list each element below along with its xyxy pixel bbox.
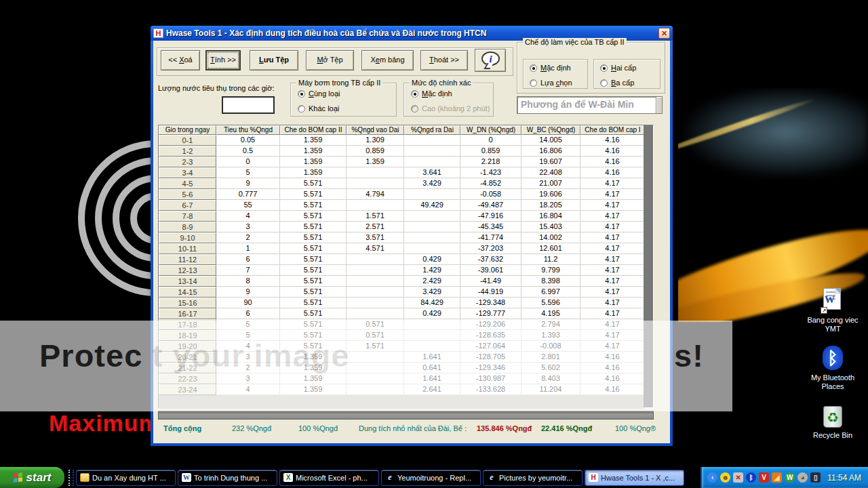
- table-row[interactable]: 4-595.5713.429-4.85221.0074.17: [159, 178, 645, 189]
- taskbar-task-1[interactable]: Du an Xay dung HT ...: [76, 470, 176, 486]
- battery-icon[interactable]: ▯: [810, 472, 821, 483]
- system-tray: ‹☻✕ᛒV◢W◕▯ 11:54 AM: [701, 467, 868, 488]
- taskbar-task-3[interactable]: XMicrosoft Excel - ph...: [279, 470, 379, 486]
- wallpaper-watermark-bottom-text: Maximum: [49, 410, 160, 436]
- table-cell: 1.641: [404, 373, 460, 384]
- column-header[interactable]: W_BC (%Qngd): [521, 125, 580, 135]
- toolbar-button-3[interactable]: Lưu Tệp: [250, 50, 298, 70]
- table-cell: [347, 276, 404, 287]
- table-cell: 1.309: [347, 135, 404, 146]
- column-header[interactable]: Gio trong ngay: [159, 125, 216, 135]
- table-row[interactable]: 5-60.7775.5714.794-0.05819.6064.17: [159, 189, 645, 200]
- table-cell: -128.635: [460, 330, 521, 341]
- table-row[interactable]: 19-2045.5711.571-127.064-0.0084.17: [159, 341, 645, 352]
- table-row[interactable]: 13-1485.5712.429-41.498.3984.17: [159, 276, 645, 287]
- table-row[interactable]: 8-935.5712.571-45.34515.4034.17: [159, 222, 645, 232]
- excel-icon: X: [283, 473, 293, 482]
- grid-scrollbar-track[interactable]: [644, 125, 653, 407]
- table-row[interactable]: 1-20.51.3590.8590.85916.8064.16: [159, 146, 645, 157]
- column-header[interactable]: W_DN (%Qngd): [460, 125, 521, 135]
- table-row[interactable]: 7-845.5711.571-47.91616.8044.17: [159, 211, 645, 222]
- table-cell: 6.997: [521, 287, 580, 298]
- table-cell: 4.17: [580, 298, 645, 308]
- table-cell: 1.359: [280, 167, 347, 178]
- mode-left-radio-2[interactable]: Lựa chọn: [530, 79, 572, 88]
- table-cell: 2: [216, 232, 280, 243]
- toolbar-button-1[interactable]: << Xoá: [161, 50, 200, 70]
- table-row[interactable]: 14-1595.5713.429-44.9196.9974.17: [159, 287, 645, 298]
- column-header[interactable]: %Qngd vao Dai: [347, 125, 404, 135]
- desktop-icon-recycle[interactable]: ♻Recycle Bin: [807, 403, 859, 440]
- horizontal-scrollbar[interactable]: [158, 411, 654, 420]
- column-header[interactable]: %Qngd ra Dai: [404, 125, 460, 135]
- consumption-label: Lượng nước tiêu thụ trong các giờ:: [158, 84, 275, 92]
- column-header[interactable]: Che do BOM cap II: [280, 125, 347, 135]
- table-cell: -129.348: [460, 298, 521, 308]
- table-row[interactable]: 11-1265.5710.429-37.63211.24.17: [159, 254, 645, 265]
- antivirus-v-icon[interactable]: V: [759, 472, 769, 483]
- table-row[interactable]: 0-10.051.3591.309014.0054.16: [159, 135, 645, 146]
- scenario-combobox[interactable]: Phương án để W-Đài Min: [517, 96, 663, 114]
- table-row[interactable]: 20-2131.3591.641-128.7052.8014.16: [159, 352, 645, 363]
- taskbar-task-4[interactable]: eYeumoitruong - Repl...: [381, 470, 481, 486]
- table-row[interactable]: 6-7555.57149.429-49.48718.2054.17: [159, 200, 645, 211]
- table-row[interactable]: 17-1855.5710.571-129.2062.7944.17: [159, 319, 645, 330]
- start-button[interactable]: start: [0, 467, 64, 488]
- table-row[interactable]: 21-2221.3590.641-129.3465.6024.16: [159, 363, 645, 373]
- quicklaunch-separator[interactable]: [68, 470, 74, 486]
- table-cell: 4.16: [580, 146, 645, 157]
- table-row[interactable]: 3-451.3593.641-1.42322.4084.16: [159, 167, 645, 178]
- consumption-input[interactable]: [222, 96, 275, 114]
- info-button[interactable]: i: [475, 49, 506, 72]
- table-cell: 6: [216, 254, 280, 265]
- taskbar-task-6[interactable]: HHwase Tools 1 - X ,c...: [585, 470, 684, 486]
- table-row[interactable]: 15-16905.57184.429-129.3485.5964.17: [159, 298, 645, 308]
- table-cell: [404, 135, 460, 146]
- toolbar-button-4[interactable]: Mở Tệp: [306, 50, 354, 70]
- toolbar-button-5[interactable]: Xem bảng: [361, 50, 414, 70]
- close-icon[interactable]: ✕: [658, 28, 670, 39]
- table-row[interactable]: 22-2331.3591.641-130.9878.4034.16: [159, 373, 645, 384]
- taskbar-task-5[interactable]: ePictures by yeumoitr...: [483, 470, 583, 486]
- media-tray-icon[interactable]: ◢: [772, 472, 782, 483]
- collapse-chevron-icon[interactable]: ‹: [707, 472, 717, 483]
- combobox-dropdown-icon[interactable]: [656, 97, 662, 113]
- pump-type-radio-1[interactable]: Cùng loại: [298, 89, 340, 99]
- table-cell: 5.571: [280, 330, 347, 341]
- messenger-smiley-icon[interactable]: ☻: [720, 472, 730, 483]
- accuracy-radio-1[interactable]: Mặc định: [411, 89, 490, 99]
- be-volume-value: 22.416 %Qngđ: [541, 424, 592, 432]
- table-row[interactable]: 16-1765.5710.429-129.7774.1954.17: [159, 308, 645, 319]
- taskbar-task-2[interactable]: WTo trinh Dung thung ...: [178, 470, 277, 486]
- desktop-icon-word-shortcut[interactable]: W↗Bang cong viec YMT: [807, 288, 859, 333]
- table-cell: 3: [216, 352, 280, 363]
- mode-group-title: Chế độ làm việc của TB cấp II: [523, 38, 627, 46]
- watermark-text-right: s!: [674, 337, 704, 374]
- table-row[interactable]: 2-301.3591.3592.21819.6074.16: [159, 157, 645, 167]
- table-row[interactable]: 23-2441.3592.641-133.62811.2044.16: [159, 384, 645, 395]
- table-cell: 3: [216, 373, 280, 384]
- column-header[interactable]: Tieu thu %Qngd: [216, 125, 280, 135]
- updates-icon[interactable]: ◕: [797, 472, 808, 483]
- toolbar-button-2[interactable]: Tính >>: [205, 50, 241, 70]
- bluetooth-icon[interactable]: ᛒ: [746, 472, 756, 483]
- table-row[interactable]: 18-1955.5710.571-128.6351.3934.17: [159, 330, 645, 341]
- mode-right-radio-1[interactable]: Hai cấp: [600, 64, 636, 73]
- table-cell: [404, 189, 460, 200]
- table-cell: 4.16: [580, 167, 645, 178]
- desktop-icon-bluetooth[interactable]: ᛒMy Bluetooth Places: [807, 346, 859, 391]
- audio-muted-icon[interactable]: ✕: [733, 472, 743, 483]
- pump-type-radio-2[interactable]: Khác loại: [298, 104, 340, 114]
- toolbar-button-6[interactable]: Thoát >>: [420, 50, 468, 70]
- column-header[interactable]: Che do BOM cap I: [580, 125, 645, 135]
- mode-left-radio-1[interactable]: Mặc định: [530, 64, 572, 73]
- table-row[interactable]: 9-1025.5713.571-41.77414.0024.17: [159, 232, 645, 243]
- row-header-cell: 14-15: [159, 287, 216, 298]
- table-row[interactable]: 12-1375.5711.429-39.0619.7994.17: [159, 265, 645, 276]
- table-cell: 5.571: [280, 265, 347, 276]
- table-cell: 16.806: [521, 146, 580, 157]
- desktop-icon-label: My Bluetooth Places: [807, 373, 859, 391]
- mode-right-radio-2[interactable]: Ba cấp: [600, 79, 636, 88]
- table-row[interactable]: 10-1115.5714.571-37.20312.6014.17: [159, 243, 645, 254]
- webshots-icon[interactable]: W: [785, 472, 795, 483]
